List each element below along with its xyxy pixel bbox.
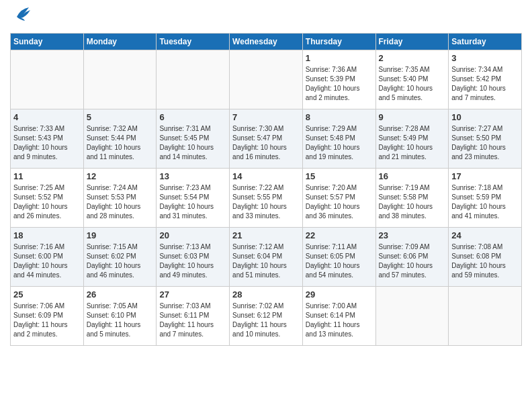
day-number: 2 <box>379 53 446 63</box>
day-number: 11 <box>13 171 81 181</box>
calendar-cell: 23 Sunrise: 7:09 AMSunset: 6:06 PMDaylig… <box>375 228 449 287</box>
header-thursday: Thursday <box>302 34 375 50</box>
calendar-cell: 3 Sunrise: 7:34 AMSunset: 5:42 PMDayligh… <box>449 50 522 109</box>
calendar-cell: 6 Sunrise: 7:31 AMSunset: 5:45 PMDayligh… <box>157 109 230 169</box>
calendar-cell: 13 Sunrise: 7:23 AMSunset: 5:54 PMDaylig… <box>157 169 230 228</box>
day-number: 7 <box>232 112 300 122</box>
calendar-cell: 24 Sunrise: 7:08 AMSunset: 6:08 PMDaylig… <box>449 228 522 287</box>
header-monday: Monday <box>83 34 157 50</box>
day-info: Sunrise: 7:27 AMSunset: 5:50 PMDaylight:… <box>451 124 519 162</box>
day-info: Sunrise: 7:11 AMSunset: 6:05 PMDaylight:… <box>306 242 373 280</box>
day-info: Sunrise: 7:25 AMSunset: 5:52 PMDaylight:… <box>13 183 81 221</box>
day-info: Sunrise: 7:33 AMSunset: 5:43 PMDaylight:… <box>13 124 81 162</box>
day-number: 13 <box>159 171 226 181</box>
calendar-cell <box>375 287 449 346</box>
day-info: Sunrise: 7:23 AMSunset: 5:54 PMDaylight:… <box>159 183 226 221</box>
day-info: Sunrise: 7:08 AMSunset: 6:08 PMDaylight:… <box>451 242 519 280</box>
day-info: Sunrise: 7:24 AMSunset: 5:53 PMDaylight:… <box>87 183 154 221</box>
calendar-cell: 19 Sunrise: 7:15 AMSunset: 6:02 PMDaylig… <box>83 228 157 287</box>
calendar-cell: 14 Sunrise: 7:22 AMSunset: 5:55 PMDaylig… <box>230 169 303 228</box>
calendar-cell: 2 Sunrise: 7:35 AMSunset: 5:40 PMDayligh… <box>375 50 449 109</box>
day-number: 1 <box>306 53 373 63</box>
calendar-cell: 9 Sunrise: 7:28 AMSunset: 5:49 PMDayligh… <box>375 109 449 169</box>
header-saturday: Saturday <box>449 34 522 50</box>
header-sunday: Sunday <box>11 34 84 50</box>
day-number: 16 <box>379 171 446 181</box>
day-info: Sunrise: 7:13 AMSunset: 6:03 PMDaylight:… <box>159 242 226 280</box>
day-info: Sunrise: 7:35 AMSunset: 5:40 PMDaylight:… <box>379 65 446 103</box>
day-number: 28 <box>232 289 300 300</box>
day-number: 12 <box>87 171 154 181</box>
day-number: 5 <box>87 112 154 122</box>
day-number: 24 <box>451 230 519 240</box>
calendar-body: 1 Sunrise: 7:36 AMSunset: 5:39 PMDayligh… <box>11 50 522 346</box>
day-number: 10 <box>451 112 519 122</box>
calendar-cell: 16 Sunrise: 7:19 AMSunset: 5:58 PMDaylig… <box>375 169 449 228</box>
calendar-cell <box>157 50 230 109</box>
day-number: 6 <box>159 112 226 122</box>
day-number: 14 <box>232 171 300 181</box>
calendar-cell <box>83 50 157 109</box>
calendar-cell: 29 Sunrise: 7:00 AMSunset: 6:14 PMDaylig… <box>302 287 375 346</box>
calendar-cell: 11 Sunrise: 7:25 AMSunset: 5:52 PMDaylig… <box>11 169 84 228</box>
calendar-cell: 22 Sunrise: 7:11 AMSunset: 6:05 PMDaylig… <box>302 228 375 287</box>
day-number: 26 <box>87 289 154 300</box>
day-info: Sunrise: 7:03 AMSunset: 6:11 PMDaylight:… <box>159 302 226 339</box>
day-info: Sunrise: 7:16 AMSunset: 6:00 PMDaylight:… <box>13 242 81 280</box>
day-info: Sunrise: 7:02 AMSunset: 6:12 PMDaylight:… <box>232 302 300 339</box>
calendar-cell <box>11 50 84 109</box>
day-info: Sunrise: 7:12 AMSunset: 6:04 PMDaylight:… <box>232 242 300 280</box>
header-tuesday: Tuesday <box>157 34 230 50</box>
calendar-cell: 5 Sunrise: 7:32 AMSunset: 5:44 PMDayligh… <box>83 109 157 169</box>
calendar-cell: 7 Sunrise: 7:30 AMSunset: 5:47 PMDayligh… <box>230 109 303 169</box>
day-number: 18 <box>13 230 81 240</box>
day-info: Sunrise: 7:00 AMSunset: 6:14 PMDaylight:… <box>306 302 373 339</box>
day-info: Sunrise: 7:36 AMSunset: 5:39 PMDaylight:… <box>306 65 373 103</box>
day-info: Sunrise: 7:28 AMSunset: 5:49 PMDaylight:… <box>379 124 446 162</box>
calendar-cell: 4 Sunrise: 7:33 AMSunset: 5:43 PMDayligh… <box>11 109 84 169</box>
calendar-week-3: 18 Sunrise: 7:16 AMSunset: 6:00 PMDaylig… <box>11 228 522 287</box>
day-info: Sunrise: 7:09 AMSunset: 6:06 PMDaylight:… <box>379 242 446 280</box>
day-number: 17 <box>451 171 519 181</box>
calendar-header-row: SundayMondayTuesdayWednesdayThursdayFrid… <box>11 34 522 50</box>
calendar-cell: 18 Sunrise: 7:16 AMSunset: 6:00 PMDaylig… <box>11 228 84 287</box>
day-number: 15 <box>306 171 373 181</box>
day-info: Sunrise: 7:29 AMSunset: 5:48 PMDaylight:… <box>306 124 373 162</box>
calendar-cell: 17 Sunrise: 7:18 AMSunset: 5:59 PMDaylig… <box>449 169 522 228</box>
header-friday: Friday <box>375 34 449 50</box>
day-number: 3 <box>451 53 519 63</box>
day-number: 27 <box>159 289 226 300</box>
day-number: 25 <box>13 289 81 300</box>
calendar-cell: 1 Sunrise: 7:36 AMSunset: 5:39 PMDayligh… <box>302 50 375 109</box>
day-info: Sunrise: 7:19 AMSunset: 5:58 PMDaylight:… <box>379 183 446 221</box>
calendar-cell <box>449 287 522 346</box>
calendar-week-1: 4 Sunrise: 7:33 AMSunset: 5:43 PMDayligh… <box>11 109 522 169</box>
calendar-cell: 27 Sunrise: 7:03 AMSunset: 6:11 PMDaylig… <box>157 287 230 346</box>
calendar-week-0: 1 Sunrise: 7:36 AMSunset: 5:39 PMDayligh… <box>11 50 522 109</box>
calendar-table: SundayMondayTuesdayWednesdayThursdayFrid… <box>10 33 522 346</box>
day-number: 22 <box>306 230 373 240</box>
day-info: Sunrise: 7:15 AMSunset: 6:02 PMDaylight:… <box>87 242 154 280</box>
calendar-cell: 10 Sunrise: 7:27 AMSunset: 5:50 PMDaylig… <box>449 109 522 169</box>
calendar-cell <box>230 50 303 109</box>
page-header <box>10 7 522 28</box>
calendar-cell: 26 Sunrise: 7:05 AMSunset: 6:10 PMDaylig… <box>83 287 157 346</box>
calendar-cell: 15 Sunrise: 7:20 AMSunset: 5:57 PMDaylig… <box>302 169 375 228</box>
day-info: Sunrise: 7:05 AMSunset: 6:10 PMDaylight:… <box>87 302 154 339</box>
day-info: Sunrise: 7:31 AMSunset: 5:45 PMDaylight:… <box>159 124 226 162</box>
day-number: 20 <box>159 230 226 240</box>
calendar-cell: 20 Sunrise: 7:13 AMSunset: 6:03 PMDaylig… <box>157 228 230 287</box>
day-number: 9 <box>379 112 446 122</box>
day-info: Sunrise: 7:22 AMSunset: 5:55 PMDaylight:… <box>232 183 300 221</box>
day-info: Sunrise: 7:34 AMSunset: 5:42 PMDaylight:… <box>451 65 519 103</box>
day-number: 19 <box>87 230 154 240</box>
day-info: Sunrise: 7:30 AMSunset: 5:47 PMDaylight:… <box>232 124 300 162</box>
calendar-cell: 8 Sunrise: 7:29 AMSunset: 5:48 PMDayligh… <box>302 109 375 169</box>
day-info: Sunrise: 7:32 AMSunset: 5:44 PMDaylight:… <box>87 124 154 162</box>
day-info: Sunrise: 7:06 AMSunset: 6:09 PMDaylight:… <box>13 302 81 339</box>
day-number: 21 <box>232 230 300 240</box>
day-number: 23 <box>379 230 446 240</box>
calendar-week-2: 11 Sunrise: 7:25 AMSunset: 5:52 PMDaylig… <box>11 169 522 228</box>
day-info: Sunrise: 7:20 AMSunset: 5:57 PMDaylight:… <box>306 183 373 221</box>
day-number: 8 <box>306 112 373 122</box>
